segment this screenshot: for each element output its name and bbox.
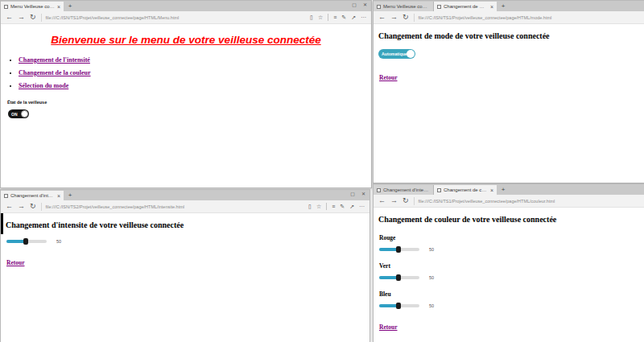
address-bar[interactable]: file:///C:/ISN/TS2/Projet/veilleuse_conn… — [41, 203, 303, 211]
refresh-button[interactable]: ↻ — [30, 14, 36, 21]
browser-toolbar: ← → ↻ file:///C:/ISN/TS2/Projet/veilleus… — [1, 200, 369, 213]
tab-menu[interactable]: Menu Veilleuse connectée × — [1, 2, 64, 11]
slider-knob[interactable] — [396, 274, 401, 281]
tab-title: Changement d'intensité — [10, 193, 55, 198]
reading-view-icon[interactable]: ▯ — [308, 204, 312, 210]
close-tab-icon[interactable]: × — [490, 4, 493, 10]
web-note-icon[interactable]: ✎ — [341, 14, 346, 21]
list-item: Sélection du mode — [19, 82, 371, 89]
new-tab-button[interactable]: + — [497, 185, 510, 195]
browser-toolbar: ← → ↻ file:///C:/ISN/TS1/Projet/veilleus… — [1, 11, 371, 24]
menu-link-list: Changement de l'intensité Changement de … — [19, 56, 371, 89]
vert-label: Vert — [379, 262, 644, 270]
hub-icon[interactable]: ≡ — [333, 14, 336, 20]
intensity-slider[interactable]: 50 — [6, 239, 369, 244]
slider-knob[interactable] — [23, 238, 28, 245]
bleu-slider[interactable]: 50 — [379, 303, 644, 308]
slider-track[interactable] — [379, 276, 419, 279]
link-couleur[interactable]: Changement de la couleur — [19, 69, 91, 76]
tab-couleur[interactable]: Changement de couleur × — [434, 185, 497, 195]
back-button[interactable]: ← — [6, 203, 13, 210]
slider-track[interactable] — [6, 240, 47, 243]
tab-title: Changement d'intensité — [383, 187, 430, 192]
mode-toggle-knob[interactable] — [407, 50, 415, 58]
page-content-menu: Bienvenue sur le menu de votre veilleuse… — [1, 24, 371, 187]
refresh-button[interactable]: ↻ — [402, 197, 409, 204]
forward-button[interactable]: → — [390, 14, 398, 21]
maximize-icon[interactable]: ▢ — [352, 2, 357, 7]
hub-icon[interactable]: ≡ — [332, 204, 335, 209]
browser-window-intensite: Changement d'intensité × + ▢ ✕ ← → ↻ fil… — [0, 189, 370, 342]
new-tab-button[interactable]: + — [64, 191, 76, 200]
close-tab-icon[interactable]: × — [490, 187, 493, 193]
address-bar[interactable]: file:///C:/ISN/TS1/Projet/veilleuse_conn… — [414, 14, 639, 22]
share-icon[interactable]: ↗ — [349, 204, 354, 210]
browser-toolbar: ← → ↻ file:///C:/ISN/TS1/Projet/veilleus… — [374, 11, 644, 24]
address-bar[interactable]: file:///C:/ISN/TS1/Projet/veilleuse_conn… — [414, 197, 639, 205]
retour-link[interactable]: Retour — [379, 74, 398, 81]
new-tab-button[interactable]: + — [64, 2, 76, 11]
browser-window-couleur: Changement d'intensité Changement de cou… — [373, 183, 644, 342]
page-favicon-icon — [437, 5, 441, 9]
more-actions-icon[interactable]: ⋯ — [359, 204, 365, 210]
power-toggle[interactable]: ON — [8, 109, 29, 118]
toolbar-icons: ▯ ☆ ≡ ✎ ↗ ⋯ — [310, 14, 366, 21]
address-bar[interactable]: file:///C:/ISN/TS1/Projet/veilleuse_conn… — [41, 14, 305, 22]
tab-bar: Menu Veilleuse connectée × + ▢ ✕ — [1, 1, 371, 11]
window-controls: ▢ ✕ — [352, 1, 371, 7]
more-actions-icon[interactable]: ⋯ — [361, 14, 366, 21]
close-tab-icon[interactable]: × — [57, 193, 60, 199]
page-content-couleur: Changement de couleur de votre veilleuse… — [374, 208, 644, 342]
slider-fill — [379, 276, 398, 279]
tab-intensite[interactable]: Changement d'intensité × — [1, 191, 64, 200]
tab-mode[interactable]: Changement de mode × — [434, 2, 497, 11]
slider-value: 50 — [56, 239, 61, 244]
link-mode[interactable]: Sélection du mode — [19, 82, 68, 89]
tab-title: Changement de couleur — [444, 187, 488, 192]
power-toggle-knob[interactable] — [21, 110, 28, 117]
tab-menu[interactable]: Menu Veilleuse connectée — [374, 2, 434, 11]
toolbar-separator — [328, 14, 328, 21]
slider-knob[interactable] — [396, 246, 401, 253]
bleu-label: Bleu — [379, 290, 644, 298]
maximize-icon[interactable]: ▢ — [350, 191, 355, 196]
window-controls: ▢ ✕ — [350, 190, 369, 196]
reading-view-icon[interactable]: ▯ — [310, 14, 313, 21]
refresh-button[interactable]: ↻ — [30, 203, 36, 210]
tab-intensite[interactable]: Changement d'intensité — [374, 185, 434, 195]
page-favicon-icon — [377, 5, 381, 9]
page-favicon-icon — [437, 188, 441, 192]
forward-button[interactable]: → — [18, 14, 25, 21]
vert-slider[interactable]: 50 — [379, 275, 644, 280]
page-heading: Changement de mode de votre veilleuse co… — [378, 31, 644, 40]
slider-value: 50 — [429, 247, 434, 252]
slider-track[interactable] — [379, 248, 419, 251]
slider-value: 50 — [429, 303, 434, 308]
back-button[interactable]: ← — [6, 14, 13, 21]
forward-button[interactable]: → — [390, 197, 398, 204]
back-button[interactable]: ← — [378, 197, 386, 204]
forward-button[interactable]: → — [18, 203, 25, 210]
retour-link[interactable]: Retour — [379, 323, 398, 331]
toolbar-icons: ▯ ☆ ≡ ✎ ↗ ⋯ — [308, 203, 365, 210]
back-button[interactable]: ← — [378, 14, 386, 21]
share-icon[interactable]: ↗ — [351, 14, 356, 21]
slider-knob[interactable] — [396, 303, 401, 309]
close-icon[interactable]: ✕ — [363, 2, 367, 7]
mode-toggle[interactable]: Automatique — [378, 49, 415, 59]
refresh-button[interactable]: ↻ — [402, 14, 409, 21]
close-icon[interactable]: ✕ — [361, 191, 365, 196]
retour-link[interactable]: Retour — [6, 259, 25, 266]
web-note-icon[interactable]: ✎ — [340, 204, 345, 210]
list-item: Changement de l'intensité — [19, 56, 371, 64]
slider-track[interactable] — [379, 304, 419, 307]
tab-bar: Menu Veilleuse connectée Changement de m… — [374, 1, 644, 11]
new-tab-button[interactable]: + — [497, 2, 510, 11]
favorites-star-icon[interactable]: ☆ — [318, 14, 323, 21]
rouge-slider[interactable]: 50 — [379, 247, 644, 252]
link-intensite[interactable]: Changement de l'intensité — [19, 56, 90, 64]
close-tab-icon[interactable]: × — [57, 4, 60, 10]
text-cursor — [1, 213, 3, 234]
favorites-star-icon[interactable]: ☆ — [316, 204, 321, 210]
tab-title: Menu Veilleuse connectée — [383, 4, 430, 9]
